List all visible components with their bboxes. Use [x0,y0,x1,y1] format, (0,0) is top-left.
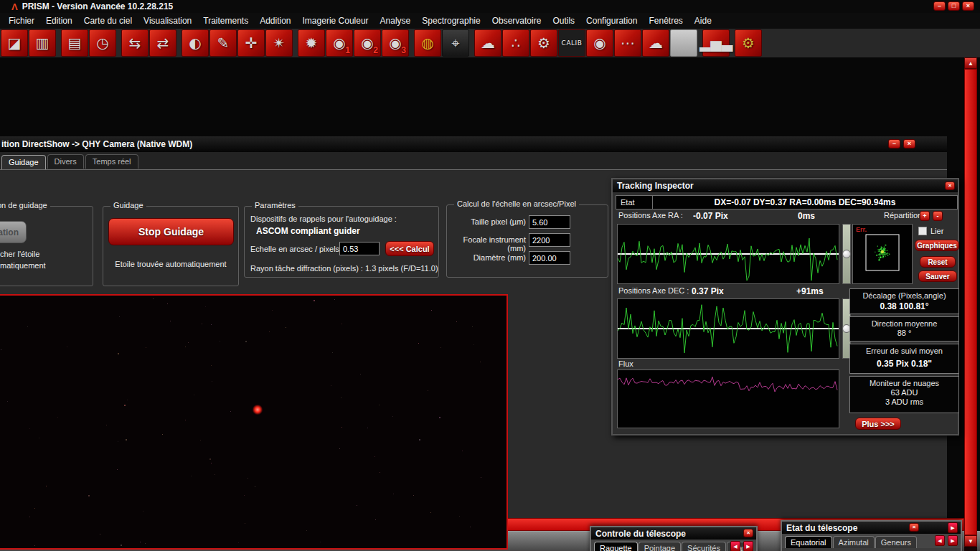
controle-tab-securites[interactable]: Sécurités [682,542,726,551]
lier-checkbox[interactable] [918,227,927,235]
calcul-button[interactable]: <<< Calcul [385,241,434,256]
reset-button[interactable]: Reset [920,256,956,268]
star-dots-button[interactable]: ∴ [502,29,529,57]
histogram-button[interactable]: ▂▅▃ [702,29,730,57]
background-star [360,374,361,375]
echelle-input[interactable] [339,242,380,255]
guide-star[interactable] [253,405,263,415]
cross-tool-button[interactable]: ✛ [237,29,265,57]
guider-tab-guidage[interactable]: Guidage [1,155,46,169]
menu-item-fichier[interactable]: Fichier [3,14,40,28]
guider-close-button[interactable]: × [903,139,915,149]
mount-button[interactable]: ◉ [586,29,613,57]
menu-item-edition[interactable]: Edition [40,14,78,28]
etat-title-right-icon[interactable]: ▶ [948,522,958,533]
blank-button[interactable] [670,29,697,57]
camera-3-icon: ◉ [389,34,401,52]
menu-item-addition[interactable]: Addition [254,14,296,28]
nuages-value2: 3 ADU rms [850,397,958,406]
calib-button[interactable]: CALIB [558,29,585,57]
guider-video-view[interactable] [0,294,508,550]
camera-number-badge: 3 [401,45,406,55]
tracking-titlebar[interactable]: Tracking Inspector × [613,179,958,192]
scroll-up-icon[interactable]: ▲ [964,57,977,69]
guider-window-titlebar[interactable]: ition DirectShow -> QHY Camera (Native W… [0,136,947,152]
save-button[interactable]: ▥ [29,29,56,57]
guider-tab-divers[interactable]: Divers [47,154,84,169]
etat-tabs-right-icon[interactable]: ▶ [948,535,958,546]
dots-button[interactable]: ⋯ [614,29,641,57]
menu-item-imagerie-couleur[interactable]: Imagerie Couleur [297,14,374,28]
camera-number-badge: 1 [345,45,350,55]
autoguidage-device-label: Dispositifs de rappels pour l'autoguidag… [250,215,397,223]
taille-pixel-m-input[interactable] [529,215,570,229]
background-star [431,310,432,311]
menu-item-analyse[interactable]: Analyse [374,14,417,28]
contrast-button[interactable]: ◐ [182,29,209,57]
etat-tab-geneurs[interactable]: Geneurs [875,536,917,548]
telescope-button[interactable]: ⌖ [442,29,469,57]
open-image-button[interactable]: ◪ [1,29,28,57]
menu-item-visualisation[interactable]: Visualisation [138,14,197,28]
stop-guidage-button[interactable]: Stop Guidage [108,218,234,245]
minimize-button[interactable]: – [933,1,946,11]
decalage-panel: Décalage (Pixels,angle) 0.38 100.81° [849,288,959,314]
diametre-mm-input[interactable] [529,251,570,265]
etat-close-button[interactable]: × [909,523,919,532]
camera-2-button[interactable]: ◉2 [354,29,381,57]
guider-tab-temps-reel[interactable]: Temps réel [85,154,138,169]
controle-tab-raquette[interactable]: Raquette [594,542,638,551]
focale-instrument-mm-input[interactable] [529,233,570,247]
menu-item-configuration[interactable]: Configuration [580,14,643,28]
etat-tab-azimutal[interactable]: Azimutal [833,536,875,548]
vertical-scroll-thumb[interactable] [964,69,977,535]
cloud-button[interactable]: ☁ [642,29,669,57]
etat-telescope-titlebar[interactable]: Etat du télescope × ▶ [782,522,961,534]
menu-item-traitements[interactable]: Traitements [197,14,254,28]
close-button[interactable]: × [962,1,974,11]
calibration-button[interactable]: bration [0,221,27,243]
camera-3-button[interactable]: ◉3 [382,29,409,57]
tracking-close-button[interactable]: × [945,182,955,190]
menu-item-fenetres[interactable]: Fenêtres [643,14,688,28]
menu-item-spectrographie[interactable]: Spectrographie [416,14,486,28]
repartition-zoom-out-button[interactable]: - [933,211,943,221]
etat-tab-equatorial[interactable]: Equatorial [785,536,832,548]
dec-ms-value: +91ms [796,286,824,296]
graphiques-button[interactable]: Graphiques [915,240,959,251]
etat-tabs-left-icon[interactable]: ◀ [935,535,945,546]
transfer-left-button[interactable]: ⇆ [121,29,149,57]
camera-1-button[interactable]: ◉1 [326,29,353,57]
vertical-scrollbar[interactable]: ▲ ▼ [964,57,977,551]
guider-minimize-button[interactable]: – [888,139,900,149]
deep-sky-image-button[interactable]: ✴ [265,29,293,57]
controle-titlebar[interactable]: Controle du télescope × [591,527,756,540]
sauver-button[interactable]: Sauver [918,270,957,282]
transfer-right-button[interactable]: ⇄ [149,29,176,57]
menu-item-carte-du-ciel[interactable]: Carte du ciel [78,14,138,28]
ra-graph-slider[interactable] [842,224,851,284]
repartition-zoom-in-button[interactable]: + [920,211,930,221]
clock-button[interactable]: ◷ [89,29,116,57]
scroll-down-icon[interactable]: ▼ [964,535,977,547]
restore-button[interactable]: □ [948,1,960,11]
background-star [205,306,206,307]
dome-button[interactable]: ☁ [474,29,501,57]
controle-tab-pointage[interactable]: Pointage [639,542,681,551]
background-star [167,303,168,304]
menu-item-observatoire[interactable]: Observatoire [486,14,547,28]
plus-button[interactable]: Plus >>> [855,418,901,430]
menu-item-aide[interactable]: Aide [689,14,717,28]
controle-close-button[interactable]: × [743,529,753,537]
err-label: Err. [856,226,867,233]
gear-fan-icon: ✹ [306,34,318,52]
wrench-button[interactable]: ⚙ [530,29,557,57]
focus-gear-button[interactable]: ⚙ [735,29,762,57]
pencil-tool-button[interactable]: ✎ [209,29,237,57]
image-edit-button[interactable]: ▤ [61,29,88,57]
controle-tabs-right-icon[interactable]: ▶ [743,541,753,551]
menu-item-outils[interactable]: Outils [547,14,580,28]
gear-fan-button[interactable]: ✹ [298,29,325,57]
controle-tabs-left-icon[interactable]: ◀ [730,541,740,551]
lens-button[interactable]: ◍ [414,29,441,57]
